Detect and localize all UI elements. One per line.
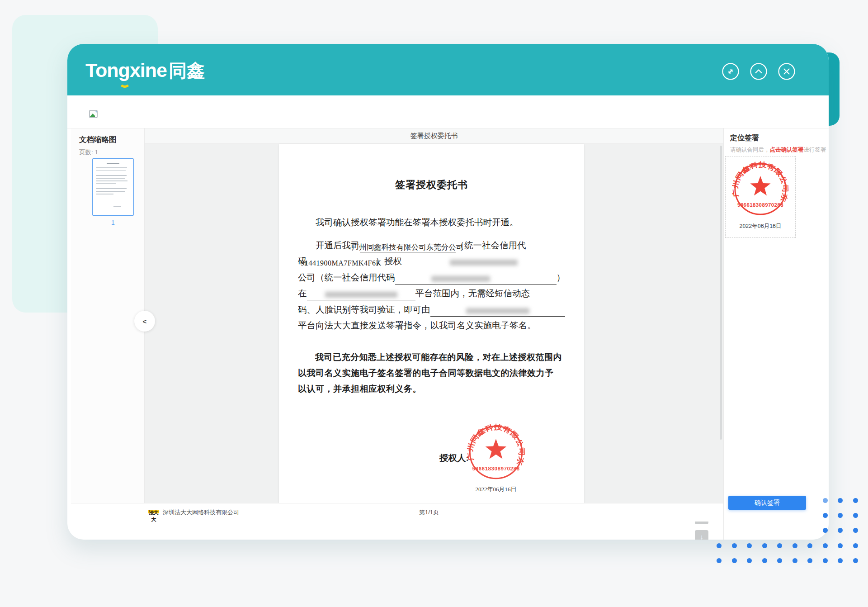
decorative-dot: [838, 543, 843, 548]
page-count-label: 页数: 1: [79, 148, 144, 156]
platform-field: [307, 292, 415, 300]
decorative-dot: [823, 528, 828, 533]
signature-zone: 授权人: 广州同鑫科技有限公司东莞分公司 586618308970288 202…: [298, 397, 565, 505]
decorative-dot: [838, 558, 843, 563]
decorative-dot: [732, 543, 737, 548]
redacted-text: [466, 308, 529, 314]
decorative-dot: [853, 558, 858, 563]
thumbnail-text-line: [107, 163, 119, 164]
viewer-scrollbar[interactable]: [720, 146, 722, 440]
chevron-up-icon: [750, 62, 768, 81]
decorative-dot: [823, 498, 828, 503]
decorative-dot: [838, 498, 843, 503]
decorative-dot: [762, 543, 767, 548]
footer-company-name: 深圳法大大网络科技有限公司: [163, 508, 239, 517]
arrow-down-icon: ↓: [700, 533, 703, 540]
page-thumbnail[interactable]: [92, 158, 134, 216]
doc-line-6: 码、人脸识别等我司验证，即可由: [298, 300, 565, 317]
doc-line-7: 平台向法大大直接发送签署指令，以我司名义实施电子签名。: [298, 317, 565, 333]
fadada-logo: 法大大: [148, 508, 159, 517]
decorative-dot: [747, 543, 752, 548]
seal-star: [750, 176, 770, 195]
signing-panel-title: 定位签署: [730, 133, 829, 143]
decorative-dot: [853, 498, 858, 503]
thumbnail-text-line: [96, 175, 127, 176]
thumbnail-text-line: [96, 167, 127, 168]
thumbnail-signature-line: [113, 206, 121, 207]
tongxine-logo: Tongxine同鑫: [85, 58, 205, 83]
window-header: Tongxine同鑫: [67, 44, 829, 95]
doc-paragraph-2: 我司已充分知悉上述授权可能存在的风险，对在上述授权范围内 以我司名义实施电子签名…: [298, 349, 565, 397]
company-name-field: 广州同鑫科技有限公司东莞分公司: [360, 243, 456, 252]
company-seal-on-document: 广州同鑫科技有限公司东莞分公司 586618308970288: [464, 421, 528, 486]
thumbnail-text-line: [96, 170, 126, 171]
logo-chinese: 同鑫: [169, 58, 205, 83]
decorative-dot: [807, 558, 812, 563]
decorative-dot: [807, 543, 812, 548]
decorative-dot: [717, 543, 722, 548]
thumbnail-text-line: [96, 183, 116, 184]
decorative-dot: [762, 558, 767, 563]
company-seal-preview: 广州同鑫科技有限公司东莞分公司 586618308970288: [730, 158, 791, 220]
decorative-dot: [823, 543, 828, 548]
thumbnail-panel-title: 文档缩略图: [79, 135, 144, 145]
chevron-left-icon: <: [143, 318, 147, 325]
seal-preview-date: 2022年06月16日: [726, 223, 795, 230]
decorative-dot: [747, 558, 752, 563]
platform-field-2: [430, 308, 566, 317]
logo-smile-icon: [119, 82, 131, 88]
redacted-text: [325, 292, 397, 298]
credit-code-field: 91441900MA7FMK4F6K: [307, 260, 376, 268]
svg-text:586618308970288: 586618308970288: [737, 202, 783, 208]
minimize-button[interactable]: [750, 62, 768, 81]
doc-title: 签署授权委托书: [298, 178, 565, 192]
decorative-dot: [853, 513, 858, 518]
doc-paragraph-1: 我司确认授权签署功能在签署本授权委托书时开通。: [298, 214, 565, 230]
redacted-text: [450, 260, 518, 266]
document-viewer: 签署授权委托书 签署授权委托书 我司确认授权签署功能在签署本授权委托书时开通。 …: [145, 128, 723, 503]
decorative-dot: [853, 528, 858, 533]
decorative-dot: [838, 528, 843, 533]
close-icon: [778, 62, 796, 81]
logo-text-2: xine: [130, 59, 167, 81]
redacted-text: [431, 276, 490, 282]
document-title-bar: 签署授权委托书: [145, 128, 723, 144]
seal-star: [486, 439, 507, 459]
decorative-dot: [732, 558, 737, 563]
confirm-sign-button[interactable]: 确认签署: [728, 496, 806, 510]
decorative-dot: [853, 543, 858, 548]
decorative-dot: [823, 513, 828, 518]
decorative-dot: [777, 543, 782, 548]
signing-hint: 请确认合同后，点击确认签署进行签署: [730, 146, 829, 154]
decorative-dot: [838, 513, 843, 518]
thumbnail-text-line: [96, 173, 128, 174]
decorative-dot: [777, 558, 782, 563]
broken-image-icon: [89, 110, 99, 120]
thumbnail-text-line: [96, 194, 113, 194]
thumbnail-text-line: [96, 178, 125, 179]
doc-line-2: 开通后我司 广州同鑫科技有限公司东莞分公司 （统一社会信用代: [298, 236, 565, 252]
thumbnail-text-line: [96, 180, 127, 181]
doc-line-4: 公司（统一社会信用代码 ）: [298, 268, 565, 285]
logo-text-1: Ton: [85, 59, 118, 81]
decorative-dot: [793, 558, 797, 563]
page-indicator: 第1/1页: [419, 508, 439, 517]
scroll-down-button[interactable]: ↓: [695, 530, 708, 540]
viewer-footer-bar: 法大大 深圳法大大网络科技有限公司 第1/1页: [71, 503, 723, 522]
close-button[interactable]: [778, 62, 796, 81]
decorative-dot: [717, 558, 722, 563]
authorized-company-field: [402, 260, 565, 268]
thumbnail-panel: 文档缩略图 页数: 1 1: [71, 128, 145, 503]
signing-panel: 定位签署 请确认合同后，点击确认签署进行签署 广州同鑫科技有限公司东莞分公司 5…: [723, 128, 829, 540]
authorized-code-field: [395, 276, 557, 285]
doc-line-3: 码 91441900MA7FMK4F6K ）授权: [298, 252, 565, 269]
doc-line-5: 在 平台范围内，无需经短信动态: [298, 285, 565, 301]
signing-hint-action: 点击确认签署: [770, 147, 804, 153]
thumbnail-page-number: 1: [92, 219, 134, 226]
collapse-panel-handle[interactable]: <: [134, 311, 155, 332]
thumbnail-text-line: [96, 191, 125, 192]
expand-button[interactable]: [722, 62, 740, 81]
decorative-dot: [793, 543, 797, 548]
seal-placement-box[interactable]: 广州同鑫科技有限公司东莞分公司 586618308970288 2022年06月…: [725, 156, 796, 238]
seal-date: 2022年06月16日: [464, 485, 528, 493]
